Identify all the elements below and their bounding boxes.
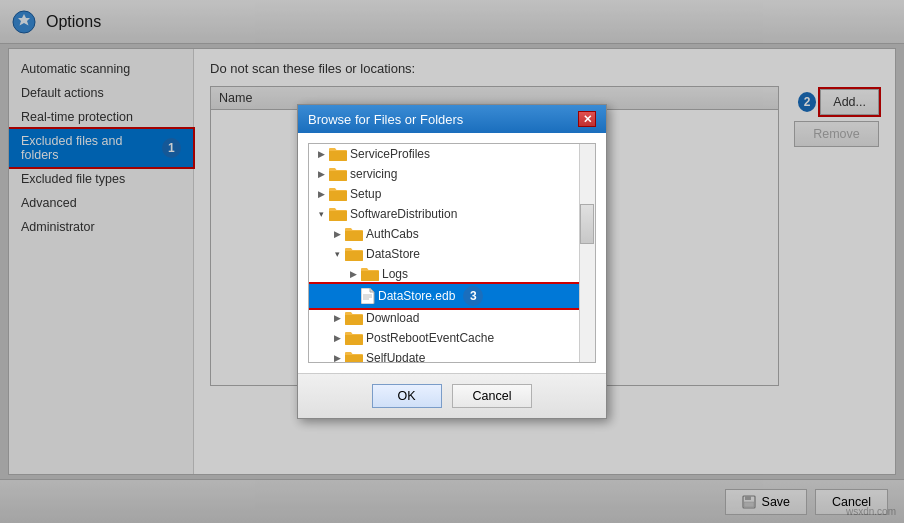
dialog-body: ▶ ServiceProfiles▶ servicing▶ Setup▾ Sof… — [298, 133, 606, 373]
tree-label: AuthCabs — [366, 227, 419, 241]
tree-item-datastore-edb[interactable]: DataStore.edb3 — [309, 284, 595, 308]
tree-arrow: ▶ — [329, 330, 345, 346]
tree-arrow: ▶ — [313, 146, 329, 162]
tree-arrow: ▶ — [345, 266, 361, 282]
folder-icon — [345, 331, 363, 345]
dialog-titlebar: Browse for Files or Folders ✕ — [298, 105, 606, 133]
file-tree[interactable]: ▶ ServiceProfiles▶ servicing▶ Setup▾ Sof… — [308, 143, 596, 363]
tree-label: PostRebootEventCache — [366, 331, 494, 345]
tree-item-post-reboot[interactable]: ▶ PostRebootEventCache — [309, 328, 595, 348]
folder-icon — [329, 167, 347, 181]
dialog-footer: OK Cancel — [298, 373, 606, 418]
dialog-title: Browse for Files or Folders — [308, 112, 463, 127]
tree-item-logs[interactable]: ▶ Logs — [309, 264, 595, 284]
tree-item-software-distribution[interactable]: ▾ SoftwareDistribution — [309, 204, 595, 224]
tree-arrow: ▾ — [329, 246, 345, 262]
folder-icon — [329, 207, 347, 221]
folder-icon — [345, 311, 363, 325]
tree-arrow: ▶ — [313, 186, 329, 202]
tree-arrow: ▶ — [329, 226, 345, 242]
file-icon — [361, 288, 375, 304]
dialog-ok-button[interactable]: OK — [372, 384, 442, 408]
tree-item-auth-cabs[interactable]: ▶ AuthCabs — [309, 224, 595, 244]
folder-icon — [345, 351, 363, 363]
tree-item-setup[interactable]: ▶ Setup — [309, 184, 595, 204]
dialog-close-button[interactable]: ✕ — [578, 111, 596, 127]
scrollbar-thumb[interactable] — [580, 204, 594, 244]
tree-arrow: ▶ — [313, 166, 329, 182]
badge-3: 3 — [463, 286, 483, 306]
tree-item-self-update[interactable]: ▶ SelfUpdate — [309, 348, 595, 363]
folder-icon — [345, 227, 363, 241]
tree-label: servicing — [350, 167, 397, 181]
watermark: wsxdn.com — [846, 506, 896, 517]
tree-arrow: ▶ — [329, 350, 345, 363]
dialog-cancel-button[interactable]: Cancel — [452, 384, 533, 408]
tree-label: DataStore — [366, 247, 420, 261]
tree-arrow: ▶ — [329, 310, 345, 326]
tree-label: SelfUpdate — [366, 351, 425, 363]
folder-icon — [361, 267, 379, 281]
tree-label: Logs — [382, 267, 408, 281]
tree-label: DataStore.edb — [378, 289, 455, 303]
folder-icon — [345, 247, 363, 261]
tree-label: Download — [366, 311, 419, 325]
dialog-overlay: Browse for Files or Folders ✕ ▶ ServiceP… — [0, 0, 904, 523]
tree-scrollbar[interactable] — [579, 144, 595, 362]
browse-dialog: Browse for Files or Folders ✕ ▶ ServiceP… — [297, 104, 607, 419]
tree-item-data-store[interactable]: ▾ DataStore — [309, 244, 595, 264]
folder-icon — [329, 187, 347, 201]
tree-label: ServiceProfiles — [350, 147, 430, 161]
tree-arrow: ▾ — [313, 206, 329, 222]
tree-label: SoftwareDistribution — [350, 207, 457, 221]
tree-item-servicing[interactable]: ▶ servicing — [309, 164, 595, 184]
tree-item-download[interactable]: ▶ Download — [309, 308, 595, 328]
tree-item-service-profiles[interactable]: ▶ ServiceProfiles — [309, 144, 595, 164]
folder-icon — [329, 147, 347, 161]
tree-label: Setup — [350, 187, 381, 201]
